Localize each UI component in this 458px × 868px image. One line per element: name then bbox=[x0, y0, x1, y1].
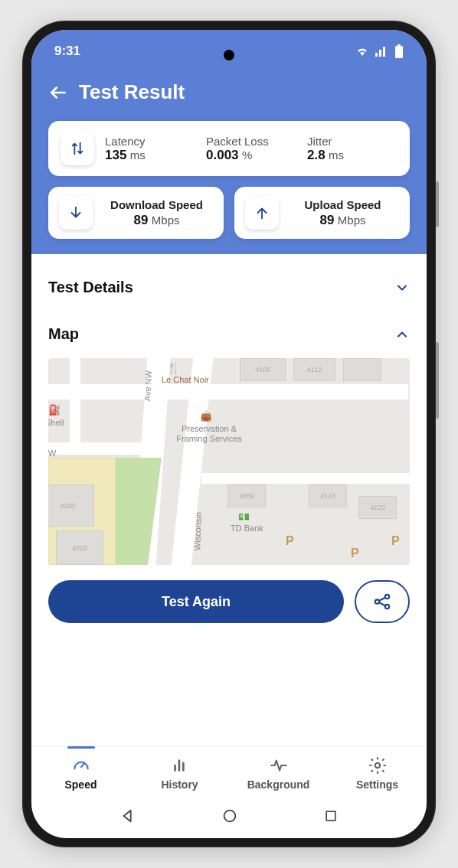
app-header: 9:31 Test Result Latency 135 ms bbox=[31, 30, 427, 254]
svg-rect-4 bbox=[395, 46, 403, 58]
speedometer-icon bbox=[71, 755, 91, 775]
activity-icon bbox=[269, 755, 289, 775]
jitter-value: 2.8 bbox=[307, 148, 326, 162]
back-icon[interactable] bbox=[48, 83, 68, 103]
nav-label: Background bbox=[247, 778, 310, 791]
map-road-label: Ave NW bbox=[142, 370, 152, 402]
parking-icon: P bbox=[391, 534, 400, 548]
latency-label: Latency bbox=[105, 135, 195, 148]
shop-icon: 👜 bbox=[200, 410, 212, 422]
share-icon bbox=[372, 592, 392, 612]
map-section[interactable]: Map bbox=[48, 318, 410, 351]
map-poi: Shell bbox=[48, 418, 64, 428]
bank-icon: 💵 bbox=[238, 511, 250, 522]
upload-label: Upload Speed bbox=[304, 198, 381, 211]
download-icon bbox=[67, 204, 84, 221]
parking-icon: P bbox=[286, 534, 294, 548]
download-icon-box bbox=[59, 196, 93, 230]
svg-rect-2 bbox=[383, 47, 385, 57]
packetloss-value: 0.003 bbox=[206, 148, 239, 162]
download-card: Download Speed 89 Mbps bbox=[48, 187, 224, 239]
nav-background[interactable]: Background bbox=[229, 751, 328, 795]
restaurant-icon: 🍴 bbox=[167, 362, 180, 374]
status-time: 9:31 bbox=[54, 44, 80, 59]
map-title: Map bbox=[48, 325, 79, 343]
nav-label: History bbox=[161, 778, 198, 791]
latency-value: 135 bbox=[105, 148, 126, 162]
sys-back-icon[interactable] bbox=[119, 808, 136, 824]
gas-icon: ⛽ bbox=[48, 404, 61, 416]
sys-recent-icon[interactable] bbox=[323, 808, 339, 824]
upload-icon bbox=[254, 204, 270, 221]
nav-label: Settings bbox=[356, 778, 398, 791]
chevron-up-icon bbox=[394, 327, 410, 342]
map-poi: TD Bank bbox=[231, 524, 263, 534]
map-road-label: Wisconsin bbox=[192, 512, 203, 551]
latency-icon-box bbox=[61, 132, 94, 165]
upload-icon-box bbox=[245, 196, 279, 230]
page-title: Test Result bbox=[79, 80, 185, 104]
parking-icon: P bbox=[351, 547, 359, 560]
map-poi: Le Chat Noir bbox=[162, 375, 209, 385]
updown-icon bbox=[69, 140, 86, 157]
svg-rect-0 bbox=[375, 53, 378, 57]
chart-icon bbox=[170, 755, 190, 775]
test-again-button[interactable]: Test Again bbox=[48, 580, 344, 623]
test-details-section[interactable]: Test Details bbox=[48, 271, 410, 304]
test-details-title: Test Details bbox=[48, 279, 133, 296]
map-view[interactable]: 4200 4202 4100 4112 4859 4118 4120 Ave N… bbox=[48, 358, 410, 565]
sys-home-icon[interactable] bbox=[221, 808, 238, 824]
share-button[interactable] bbox=[355, 580, 410, 623]
map-poi: Preservation & Framing Services bbox=[167, 424, 251, 444]
svg-rect-10 bbox=[326, 811, 335, 821]
upload-value: 89 bbox=[319, 213, 334, 227]
download-label: Download Speed bbox=[110, 198, 203, 211]
wifi-icon bbox=[355, 45, 370, 57]
stats-card: Latency 135 ms Packet Loss 0.003 % Jitte… bbox=[48, 121, 410, 176]
system-nav bbox=[31, 797, 427, 838]
svg-rect-3 bbox=[397, 44, 401, 46]
packetloss-label: Packet Loss bbox=[206, 135, 296, 148]
download-value: 89 bbox=[133, 213, 148, 227]
jitter-label: Jitter bbox=[307, 135, 397, 148]
gear-icon bbox=[368, 755, 388, 775]
upload-card: Upload Speed 89 Mbps bbox=[234, 187, 410, 239]
bottom-nav: Speed History Background Settings bbox=[31, 746, 427, 797]
status-bar: 9:31 bbox=[48, 44, 410, 59]
nav-settings[interactable]: Settings bbox=[328, 751, 427, 795]
svg-point-8 bbox=[375, 763, 380, 768]
signal-icon bbox=[375, 45, 390, 57]
chevron-down-icon bbox=[394, 280, 410, 295]
nav-history[interactable]: History bbox=[130, 751, 229, 795]
nav-speed[interactable]: Speed bbox=[31, 751, 130, 795]
svg-rect-1 bbox=[379, 50, 381, 57]
battery-icon bbox=[394, 44, 404, 58]
svg-point-9 bbox=[224, 811, 236, 822]
nav-label: Speed bbox=[64, 778, 97, 791]
